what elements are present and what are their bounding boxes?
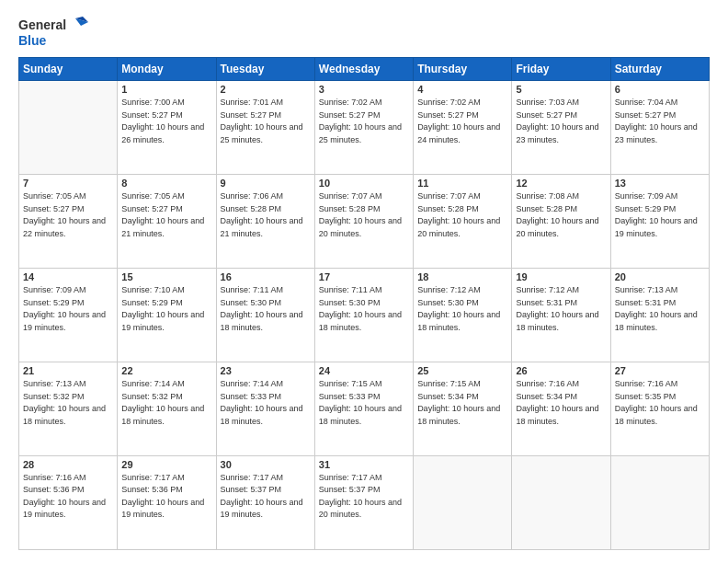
page: General Blue SundayMondayTuesdayWednesda… [0, 0, 728, 563]
calendar-cell: 3Sunrise: 7:02 AMSunset: 5:27 PMDaylight… [314, 81, 413, 175]
day-number: 16 [221, 271, 311, 282]
calendar-cell: 8Sunrise: 7:05 AMSunset: 5:27 PMDaylight… [118, 175, 216, 269]
day-detail: Sunrise: 7:08 AMSunset: 5:28 PMDaylight:… [516, 190, 606, 240]
calendar-cell: 7Sunrise: 7:05 AMSunset: 5:27 PMDaylight… [19, 175, 118, 269]
day-detail: Sunrise: 7:13 AMSunset: 5:31 PMDaylight:… [615, 284, 705, 334]
day-detail: Sunrise: 7:07 AMSunset: 5:28 PMDaylight:… [417, 190, 507, 240]
day-detail: Sunrise: 7:15 AMSunset: 5:34 PMDaylight:… [417, 378, 507, 428]
calendar-cell: 18Sunrise: 7:12 AMSunset: 5:30 PMDayligh… [414, 269, 512, 362]
day-detail: Sunrise: 7:17 AMSunset: 5:36 PMDaylight:… [121, 472, 211, 522]
calendar-header-tuesday: Tuesday [216, 58, 314, 81]
day-number: 12 [516, 178, 606, 189]
calendar-cell: 19Sunrise: 7:12 AMSunset: 5:31 PMDayligh… [512, 269, 610, 362]
day-detail: Sunrise: 7:03 AMSunset: 5:27 PMDaylight:… [516, 97, 606, 146]
day-detail: Sunrise: 7:00 AMSunset: 5:27 PMDaylight:… [121, 97, 211, 146]
calendar-cell: 30Sunrise: 7:17 AMSunset: 5:37 PMDayligh… [216, 455, 314, 549]
day-number: 3 [319, 84, 409, 95]
day-number: 18 [417, 271, 507, 282]
calendar-row-3: 21Sunrise: 7:13 AMSunset: 5:32 PMDayligh… [19, 362, 710, 456]
day-number: 29 [121, 459, 211, 470]
day-detail: Sunrise: 7:16 AMSunset: 5:35 PMDaylight:… [615, 378, 705, 428]
calendar-cell: 20Sunrise: 7:13 AMSunset: 5:31 PMDayligh… [610, 269, 709, 362]
day-number: 21 [23, 365, 113, 376]
day-detail: Sunrise: 7:04 AMSunset: 5:27 PMDaylight:… [615, 97, 705, 146]
day-detail: Sunrise: 7:14 AMSunset: 5:33 PMDaylight:… [221, 378, 311, 428]
day-detail: Sunrise: 7:05 AMSunset: 5:27 PMDaylight:… [121, 190, 211, 240]
day-number: 30 [221, 459, 311, 470]
calendar-row-0: 1Sunrise: 7:00 AMSunset: 5:27 PMDaylight… [19, 81, 710, 175]
calendar-cell: 22Sunrise: 7:14 AMSunset: 5:32 PMDayligh… [118, 362, 216, 456]
day-number: 7 [23, 178, 113, 189]
calendar-header-sunday: Sunday [19, 58, 118, 81]
day-number: 10 [319, 178, 409, 189]
day-detail: Sunrise: 7:02 AMSunset: 5:27 PMDaylight:… [417, 97, 507, 146]
calendar-cell [512, 455, 610, 549]
calendar-header-saturday: Saturday [610, 58, 709, 81]
calendar-cell: 16Sunrise: 7:11 AMSunset: 5:30 PMDayligh… [216, 269, 314, 362]
calendar-cell: 11Sunrise: 7:07 AMSunset: 5:28 PMDayligh… [414, 175, 512, 269]
day-number: 17 [319, 271, 409, 282]
day-detail: Sunrise: 7:01 AMSunset: 5:27 PMDaylight:… [221, 97, 311, 146]
day-detail: Sunrise: 7:12 AMSunset: 5:31 PMDaylight:… [516, 284, 606, 334]
calendar-cell: 29Sunrise: 7:17 AMSunset: 5:36 PMDayligh… [118, 455, 216, 549]
day-detail: Sunrise: 7:11 AMSunset: 5:30 PMDaylight:… [319, 284, 409, 334]
calendar-cell [414, 455, 512, 549]
day-detail: Sunrise: 7:13 AMSunset: 5:32 PMDaylight:… [23, 378, 113, 428]
day-number: 31 [319, 459, 409, 470]
day-detail: Sunrise: 7:16 AMSunset: 5:36 PMDaylight:… [23, 472, 113, 522]
day-number: 19 [516, 271, 606, 282]
day-detail: Sunrise: 7:14 AMSunset: 5:32 PMDaylight:… [121, 378, 211, 428]
calendar-cell: 27Sunrise: 7:16 AMSunset: 5:35 PMDayligh… [610, 362, 709, 456]
day-number: 20 [615, 271, 705, 282]
calendar-cell: 10Sunrise: 7:07 AMSunset: 5:28 PMDayligh… [314, 175, 413, 269]
calendar-cell: 24Sunrise: 7:15 AMSunset: 5:33 PMDayligh… [314, 362, 413, 456]
calendar-header-thursday: Thursday [414, 58, 512, 81]
calendar-header-monday: Monday [118, 58, 216, 81]
calendar-header-row: SundayMondayTuesdayWednesdayThursdayFrid… [19, 58, 710, 81]
calendar-row-4: 28Sunrise: 7:16 AMSunset: 5:36 PMDayligh… [19, 455, 710, 549]
day-number: 9 [221, 178, 311, 189]
calendar-cell: 2Sunrise: 7:01 AMSunset: 5:27 PMDaylight… [216, 81, 314, 175]
calendar-header-wednesday: Wednesday [314, 58, 413, 81]
day-number: 25 [417, 365, 507, 376]
calendar-row-2: 14Sunrise: 7:09 AMSunset: 5:29 PMDayligh… [19, 269, 710, 362]
day-detail: Sunrise: 7:17 AMSunset: 5:37 PMDaylight:… [221, 472, 311, 522]
calendar-cell: 4Sunrise: 7:02 AMSunset: 5:27 PMDaylight… [414, 81, 512, 175]
logo-blue: Blue [18, 33, 88, 48]
day-detail: Sunrise: 7:09 AMSunset: 5:29 PMDaylight:… [23, 284, 113, 334]
day-detail: Sunrise: 7:09 AMSunset: 5:29 PMDaylight:… [615, 190, 705, 240]
calendar-cell: 15Sunrise: 7:10 AMSunset: 5:29 PMDayligh… [118, 269, 216, 362]
day-number: 13 [615, 178, 705, 189]
calendar-cell: 21Sunrise: 7:13 AMSunset: 5:32 PMDayligh… [19, 362, 118, 456]
calendar-cell: 31Sunrise: 7:17 AMSunset: 5:37 PMDayligh… [314, 455, 413, 549]
calendar-cell: 25Sunrise: 7:15 AMSunset: 5:34 PMDayligh… [414, 362, 512, 456]
day-number: 1 [121, 84, 211, 95]
day-number: 28 [23, 459, 113, 470]
calendar-cell [19, 81, 118, 175]
day-detail: Sunrise: 7:07 AMSunset: 5:28 PMDaylight:… [319, 190, 409, 240]
day-number: 24 [319, 365, 409, 376]
calendar-cell: 28Sunrise: 7:16 AMSunset: 5:36 PMDayligh… [19, 455, 118, 549]
day-number: 5 [516, 84, 606, 95]
logo: General Blue [18, 17, 88, 48]
calendar-cell: 1Sunrise: 7:00 AMSunset: 5:27 PMDaylight… [118, 81, 216, 175]
day-number: 26 [516, 365, 606, 376]
calendar-cell [610, 455, 709, 549]
calendar-row-1: 7Sunrise: 7:05 AMSunset: 5:27 PMDaylight… [19, 175, 710, 269]
day-number: 11 [417, 178, 507, 189]
day-detail: Sunrise: 7:12 AMSunset: 5:30 PMDaylight:… [417, 284, 507, 334]
calendar-cell: 5Sunrise: 7:03 AMSunset: 5:27 PMDaylight… [512, 81, 610, 175]
day-detail: Sunrise: 7:11 AMSunset: 5:30 PMDaylight:… [221, 284, 311, 334]
day-detail: Sunrise: 7:05 AMSunset: 5:27 PMDaylight:… [23, 190, 113, 240]
day-number: 2 [221, 84, 311, 95]
calendar-cell: 23Sunrise: 7:14 AMSunset: 5:33 PMDayligh… [216, 362, 314, 456]
calendar-cell: 17Sunrise: 7:11 AMSunset: 5:30 PMDayligh… [314, 269, 413, 362]
calendar-cell: 13Sunrise: 7:09 AMSunset: 5:29 PMDayligh… [610, 175, 709, 269]
logo-general: General [18, 17, 66, 32]
day-number: 8 [121, 178, 211, 189]
day-number: 23 [221, 365, 311, 376]
day-detail: Sunrise: 7:02 AMSunset: 5:27 PMDaylight:… [319, 97, 409, 146]
day-detail: Sunrise: 7:10 AMSunset: 5:29 PMDaylight:… [121, 284, 211, 334]
calendar-cell: 9Sunrise: 7:06 AMSunset: 5:28 PMDaylight… [216, 175, 314, 269]
day-number: 27 [615, 365, 705, 376]
